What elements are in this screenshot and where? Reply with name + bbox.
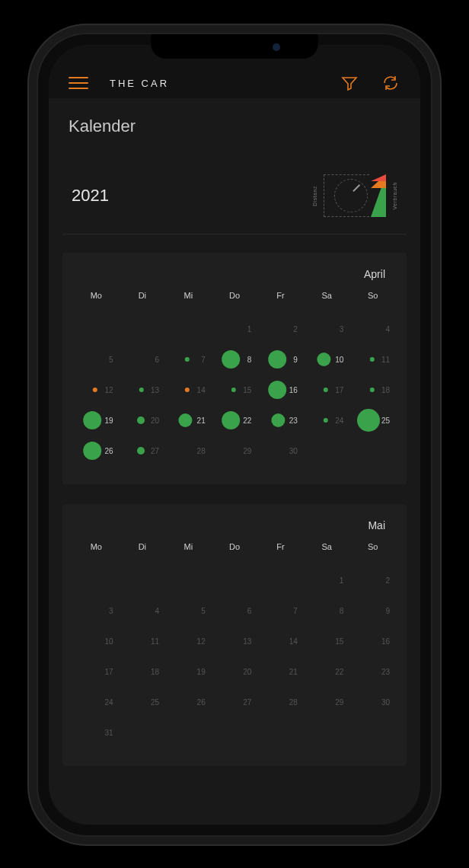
day-number: 23	[381, 668, 390, 676]
activity-dot	[137, 447, 145, 455]
calendar-day[interactable]: 5	[165, 595, 212, 626]
day-number: 6	[247, 607, 252, 615]
calendar-day[interactable]: 17	[304, 375, 350, 405]
calendar-day[interactable]: 13	[120, 375, 166, 405]
calendar-day[interactable]: 8	[212, 344, 258, 375]
calendar-day[interactable]: 4	[120, 595, 166, 626]
calendar-day[interactable]: 25	[120, 687, 166, 717]
calendar-day[interactable]: 2	[349, 565, 396, 595]
calendar-day[interactable]: 6	[212, 595, 258, 626]
activity-dot	[83, 411, 101, 429]
refresh-button[interactable]	[381, 73, 400, 93]
day-number: 3	[109, 607, 113, 615]
calendar-day[interactable]: 1	[212, 314, 258, 344]
calendar-day[interactable]: 30	[349, 687, 396, 717]
calendar-day[interactable]: 29	[212, 436, 258, 466]
calendar-day[interactable]: 23	[257, 405, 304, 436]
activity-dot	[317, 353, 331, 366]
calendar-day[interactable]: 7	[165, 344, 212, 375]
calendar-day[interactable]: 2	[257, 314, 304, 344]
calendar-day[interactable]: 7	[257, 595, 304, 626]
day-number: 4	[155, 607, 160, 615]
calendar-day[interactable]: 12	[73, 375, 120, 405]
activity-dot	[137, 416, 145, 424]
calendar-day[interactable]: 13	[212, 626, 258, 656]
month-card: MaiMoDiMiDoFrSaSo12345678910111213141516…	[62, 504, 407, 766]
calendar-day[interactable]: 18	[349, 375, 396, 405]
calendar-day[interactable]: 9	[257, 344, 304, 375]
day-number: 3	[340, 325, 344, 333]
calendar-day[interactable]: 22	[212, 405, 258, 436]
day-number: 19	[197, 668, 206, 676]
day-number: 4	[385, 325, 390, 333]
calendar-day[interactable]: 11	[120, 626, 166, 656]
calendar-day[interactable]: 25	[349, 405, 396, 436]
calendar-blank	[120, 565, 166, 595]
year-label: 2021	[72, 186, 109, 206]
day-of-week-header: Do	[212, 291, 258, 314]
calendar-day[interactable]: 29	[304, 687, 350, 717]
activity-dot	[222, 350, 240, 369]
calendar-day[interactable]: 26	[165, 687, 212, 717]
calendar-day[interactable]: 6	[120, 344, 166, 375]
calendar-day[interactable]: 10	[73, 626, 120, 656]
calendar-day[interactable]: 9	[349, 595, 396, 626]
calendar-day[interactable]: 19	[165, 656, 212, 687]
calendar-day[interactable]: 27	[120, 436, 166, 466]
calendar-day[interactable]: 16	[257, 375, 304, 405]
day-number: 13	[243, 637, 251, 646]
day-of-week-header: Sa	[304, 291, 350, 314]
day-number: 28	[289, 698, 298, 707]
calendar-day[interactable]: 3	[304, 314, 350, 344]
calendar-day[interactable]: 1	[304, 565, 350, 595]
day-number: 15	[335, 637, 343, 646]
day-number: 26	[104, 447, 113, 455]
calendar-day[interactable]: 10	[304, 344, 350, 375]
day-of-week-header: Fr	[257, 291, 304, 314]
legend: Distanz Verbrauch	[312, 174, 397, 217]
calendar-day[interactable]: 31	[73, 717, 120, 748]
day-number: 1	[340, 576, 344, 585]
calendar-day[interactable]: 20	[120, 405, 166, 436]
filter-icon	[340, 74, 359, 92]
page-title: Kalender	[69, 116, 400, 136]
calendar-day[interactable]: 18	[120, 656, 166, 687]
calendar-day[interactable]: 28	[257, 687, 304, 717]
calendar-day[interactable]: 23	[349, 656, 396, 687]
calendar-day[interactable]: 4	[349, 314, 396, 344]
calendar-day[interactable]: 19	[73, 405, 120, 436]
calendar-day[interactable]: 21	[257, 656, 304, 687]
month-card: AprilMoDiMiDoFrSaSo123456789101112131415…	[62, 253, 407, 484]
filter-button[interactable]	[340, 73, 359, 93]
day-number: 9	[385, 607, 390, 615]
day-number: 17	[335, 386, 343, 394]
calendar-day[interactable]: 15	[212, 375, 258, 405]
calendar-day[interactable]: 14	[165, 375, 212, 405]
calendar-day[interactable]: 15	[304, 626, 350, 656]
calendar-day[interactable]: 28	[165, 436, 212, 466]
calendar-day[interactable]: 12	[165, 626, 212, 656]
day-number: 22	[335, 668, 343, 676]
calendar-day[interactable]: 14	[257, 626, 304, 656]
calendar-day[interactable]: 26	[73, 436, 120, 466]
calendar-day[interactable]: 24	[304, 405, 350, 436]
day-number: 10	[335, 356, 343, 364]
activity-dot	[268, 350, 286, 369]
activity-dot	[185, 357, 190, 362]
calendar-day[interactable]: 11	[349, 344, 396, 375]
calendar-day[interactable]: 30	[257, 436, 304, 466]
calendar-day[interactable]: 22	[304, 656, 350, 687]
activity-dot	[324, 388, 328, 392]
calendar-day[interactable]: 5	[73, 344, 120, 375]
calendar-day[interactable]: 3	[73, 595, 120, 626]
calendar-day[interactable]: 20	[212, 656, 258, 687]
calendar-day[interactable]: 21	[165, 405, 212, 436]
menu-button[interactable]	[69, 77, 88, 89]
calendar-day[interactable]: 27	[212, 687, 258, 717]
calendar-day[interactable]: 8	[304, 595, 350, 626]
calendar-day[interactable]: 24	[73, 687, 120, 717]
calendar-day[interactable]: 17	[73, 656, 120, 687]
day-number: 19	[104, 416, 113, 425]
month-name: Mai	[73, 519, 396, 542]
calendar-day[interactable]: 16	[349, 626, 396, 656]
